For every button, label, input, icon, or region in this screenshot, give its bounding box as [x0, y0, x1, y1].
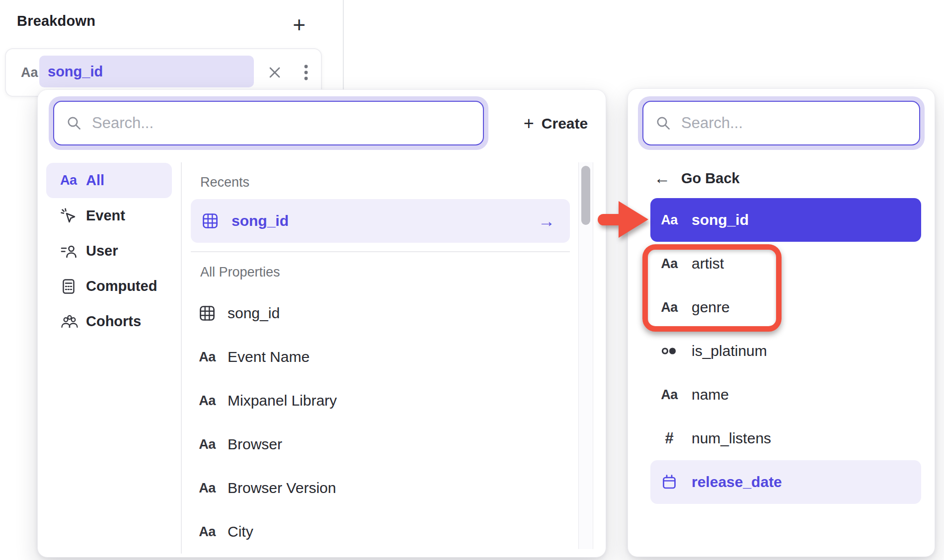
table-icon	[198, 304, 216, 322]
recent-property-row-song_id[interactable]: song_id →	[191, 199, 570, 243]
boolean-type-icon	[660, 343, 678, 359]
table-icon	[201, 212, 219, 230]
text-type-icon: Aa	[199, 481, 216, 496]
property-row-event-name[interactable]: Aa Event Name	[182, 335, 592, 379]
cohorts-icon	[60, 313, 79, 330]
text-type-icon: Aa	[199, 524, 216, 540]
sidebar-item-user[interactable]: User	[46, 233, 172, 269]
breakdown-chip-value: song_id	[48, 64, 103, 80]
property-row-num_listens[interactable]: # num_listens	[650, 417, 921, 460]
category-sidebar: Aa All Event User Computed	[46, 163, 172, 339]
annotation-arrow-icon	[598, 201, 648, 238]
search-box	[49, 96, 488, 150]
property-row-release_date[interactable]: release_date	[650, 460, 921, 504]
text-type-icon: Aa	[199, 393, 216, 409]
annotation-highlight-box	[642, 244, 782, 332]
property-row-mixpanel-library[interactable]: Aa Mixpanel Library	[182, 379, 592, 422]
property-picker-panel: + Create Aa All Event User Compu	[37, 89, 606, 558]
computed-calculator-icon	[60, 278, 77, 295]
plus-icon: +	[524, 115, 534, 133]
breakdown-title: Breakdown	[17, 13, 95, 29]
sidebar-item-computed[interactable]: Computed	[46, 269, 172, 304]
sidebar-item-cohorts[interactable]: Cohorts	[46, 304, 172, 339]
close-icon	[268, 66, 282, 79]
search-input[interactable]	[680, 114, 919, 133]
sidebar-item-event[interactable]: Event	[46, 198, 172, 233]
number-type-icon: #	[665, 429, 673, 447]
search-icon	[655, 115, 671, 131]
text-type-icon: Aa	[661, 387, 678, 403]
property-row-name[interactable]: Aa name	[650, 373, 921, 417]
scrollbar-thumb[interactable]	[581, 166, 590, 225]
event-click-icon	[60, 208, 77, 224]
property-row-is_platinum[interactable]: is_platinum	[650, 329, 921, 373]
all-properties-header: All Properties	[200, 264, 592, 280]
search-box	[638, 96, 925, 150]
section-border	[343, 0, 344, 91]
arrow-right-icon: →	[538, 211, 555, 231]
arrow-left-icon: ←	[654, 169, 670, 188]
property-row-song_id[interactable]: Aa song_id	[650, 198, 921, 242]
create-property-button[interactable]: + Create	[507, 100, 604, 147]
property-list-area: Recents song_id → All Properties song_id…	[182, 162, 592, 554]
recents-header: Recents	[200, 174, 592, 190]
page: Breakdown + Aa song_id	[0, 0, 944, 560]
property-row-browser-version[interactable]: Aa Browser Version	[182, 466, 592, 510]
breakdown-options-button[interactable]	[303, 64, 309, 81]
section-divider	[191, 251, 570, 252]
calendar-icon	[661, 474, 678, 490]
remove-breakdown-button[interactable]	[268, 66, 282, 79]
property-row-song_id[interactable]: song_id	[182, 291, 592, 335]
text-type-icon: Aa	[199, 437, 216, 452]
property-row-city[interactable]: Aa City	[182, 510, 592, 554]
text-type-icon: Aa	[661, 212, 678, 228]
sidebar-item-all[interactable]: Aa All	[46, 163, 172, 198]
go-back-button[interactable]: ← Go Back	[654, 168, 740, 188]
text-type-icon: Aa	[199, 350, 216, 365]
add-breakdown-button[interactable]: +	[286, 12, 312, 38]
search-input[interactable]	[91, 114, 483, 133]
search-icon	[66, 115, 82, 131]
breakdown-chip[interactable]: song_id	[39, 56, 254, 87]
user-icon	[60, 243, 78, 260]
kebab-menu-icon	[303, 64, 309, 81]
text-type-icon: Aa	[21, 49, 38, 96]
text-type-icon: Aa	[60, 173, 77, 188]
property-row-browser[interactable]: Aa Browser	[182, 422, 592, 466]
